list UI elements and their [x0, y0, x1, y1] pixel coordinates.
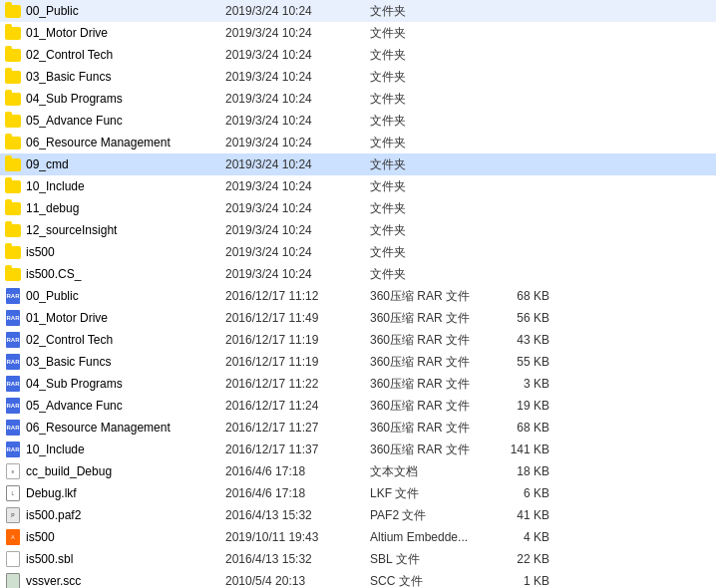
file-type: 文件夹 [370, 113, 490, 130]
file-row[interactable]: LDebug.lkf2016/4/6 17:18LKF 文件6 KB [0, 482, 716, 504]
file-type: LKF 文件 [370, 485, 490, 502]
file-row[interactable]: 12_sourceInsight2019/3/24 10:24文件夹 [0, 219, 716, 241]
folder-icon [4, 25, 22, 41]
file-row[interactable]: 11_debug2019/3/24 10:24文件夹 [0, 197, 716, 219]
file-size: 18 KB [490, 464, 549, 478]
file-name: is500 [26, 245, 225, 259]
file-date: 2010/5/4 20:13 [225, 574, 370, 588]
file-type: 文件夹 [370, 69, 490, 86]
file-type: 文件夹 [370, 91, 490, 108]
file-date: 2019/3/24 10:24 [225, 179, 370, 193]
file-row[interactable]: RAR04_Sub Programs2016/12/17 11:22360压缩 … [0, 373, 716, 395]
file-row[interactable]: 01_Motor Drive2019/3/24 10:24文件夹 [0, 22, 716, 44]
file-row[interactable]: RAR01_Motor Drive2016/12/17 11:49360压缩 R… [0, 307, 716, 329]
file-date: 2019/3/24 10:24 [225, 92, 370, 106]
file-row[interactable]: is5002019/3/24 10:24文件夹 [0, 241, 716, 263]
file-type: SBL 文件 [370, 551, 490, 568]
file-row[interactable]: 10_Include2019/3/24 10:24文件夹 [0, 175, 716, 197]
rar-icon: RAR [4, 420, 22, 436]
file-date: 2019/3/24 10:24 [225, 245, 370, 259]
file-name: 03_Basic Funcs [26, 355, 225, 369]
file-type: 文本文档 [370, 463, 490, 480]
file-date: 2016/12/17 11:24 [225, 399, 370, 413]
file-name: is500.CS_ [26, 267, 225, 281]
file-type: 360压缩 RAR 文件 [370, 288, 490, 305]
folder-icon [4, 3, 22, 19]
lkf-icon: L [4, 485, 22, 501]
file-name: 10_Include [26, 179, 225, 193]
file-row[interactable]: 09_cmd2019/3/24 10:24文件夹 [0, 153, 716, 175]
file-name: 11_debug [26, 201, 225, 215]
file-name: cc_build_Debug [26, 464, 225, 478]
folder-icon [4, 47, 22, 63]
file-row[interactable]: 02_Control Tech2019/3/24 10:24文件夹 [0, 44, 716, 66]
file-row[interactable]: RAR05_Advance Func2016/12/17 11:24360压缩 … [0, 395, 716, 417]
file-size: 1 KB [490, 574, 549, 588]
file-name: 05_Advance Func [26, 114, 225, 128]
file-row[interactable]: 00_Public2019/3/24 10:24文件夹 [0, 0, 716, 22]
file-date: 2019/3/24 10:24 [225, 136, 370, 149]
file-size: 43 KB [490, 333, 549, 347]
scc-icon [4, 573, 22, 588]
file-row[interactable]: vssver.scc2010/5/4 20:13SCC 文件1 KB [0, 570, 716, 588]
file-row[interactable]: 05_Advance Func2019/3/24 10:24文件夹 [0, 110, 716, 132]
file-date: 2019/3/24 10:24 [225, 201, 370, 215]
folder-icon [4, 266, 22, 282]
file-type: 360压缩 RAR 文件 [370, 398, 490, 415]
sbl-icon [4, 551, 22, 567]
file-date: 2016/12/17 11:37 [225, 442, 370, 456]
folder-icon [4, 113, 22, 129]
folder-icon [4, 156, 22, 172]
file-type: 360压缩 RAR 文件 [370, 441, 490, 458]
file-size: 6 KB [490, 486, 549, 500]
rar-icon: RAR [4, 332, 22, 348]
file-row[interactable]: RAR02_Control Tech2016/12/17 11:19360压缩 … [0, 329, 716, 351]
file-type: 文件夹 [370, 222, 490, 239]
file-date: 2016/12/17 11:19 [225, 333, 370, 347]
file-date: 2019/3/24 10:24 [225, 4, 370, 18]
file-date: 2019/3/24 10:24 [225, 223, 370, 237]
file-size: 19 KB [490, 399, 549, 413]
file-type: 文件夹 [370, 156, 490, 173]
file-row[interactable]: 04_Sub Programs2019/3/24 10:24文件夹 [0, 88, 716, 110]
file-type: 文件夹 [370, 178, 490, 195]
file-date: 2016/12/17 11:12 [225, 289, 370, 303]
file-name: 01_Motor Drive [26, 311, 225, 325]
file-date: 2016/12/17 11:27 [225, 421, 370, 435]
file-name: 06_Resource Management [26, 136, 225, 149]
file-row[interactable]: RAR00_Public2016/12/17 11:12360压缩 RAR 文件… [0, 285, 716, 307]
file-row[interactable]: Ais5002019/10/11 19:43Altium Embedde...4… [0, 526, 716, 548]
file-row[interactable]: ≡cc_build_Debug2016/4/6 17:18文本文档18 KB [0, 460, 716, 482]
file-row[interactable]: Pis500.paf22016/4/13 15:32PAF2 文件41 KB [0, 504, 716, 526]
rar-icon: RAR [4, 354, 22, 370]
folder-icon [4, 244, 22, 260]
file-date: 2019/3/24 10:24 [225, 267, 370, 281]
folder-icon [4, 91, 22, 107]
file-name: 00_Public [26, 4, 225, 18]
file-type: SCC 文件 [370, 573, 490, 589]
rar-icon: RAR [4, 398, 22, 414]
rar-icon: RAR [4, 376, 22, 392]
file-row[interactable]: RAR06_Resource Management2016/12/17 11:2… [0, 417, 716, 439]
file-size: 141 KB [490, 442, 549, 456]
file-date: 2019/3/24 10:24 [225, 48, 370, 62]
file-row[interactable]: RAR10_Include2016/12/17 11:37360压缩 RAR 文… [0, 439, 716, 460]
file-name: 01_Motor Drive [26, 26, 225, 40]
file-row[interactable]: 06_Resource Management2019/3/24 10:24文件夹 [0, 132, 716, 153]
folder-icon [4, 200, 22, 216]
file-row[interactable]: RAR03_Basic Funcs2016/12/17 11:19360压缩 R… [0, 351, 716, 373]
file-list: 00_Public2019/3/24 10:24文件夹01_Motor Driv… [0, 0, 716, 588]
file-name: 03_Basic Funcs [26, 70, 225, 84]
file-date: 2019/3/24 10:24 [225, 114, 370, 128]
file-name: is500.sbl [26, 552, 225, 566]
file-row[interactable]: is500.CS_2019/3/24 10:24文件夹 [0, 263, 716, 285]
file-row[interactable]: is500.sbl2016/4/13 15:32SBL 文件22 KB [0, 548, 716, 570]
file-name: 02_Control Tech [26, 333, 225, 347]
file-name: 12_sourceInsight [26, 223, 225, 237]
file-date: 2019/3/24 10:24 [225, 70, 370, 84]
paf-icon: P [4, 507, 22, 523]
file-type: 360压缩 RAR 文件 [370, 332, 490, 349]
file-type: 360压缩 RAR 文件 [370, 310, 490, 327]
file-row[interactable]: 03_Basic Funcs2019/3/24 10:24文件夹 [0, 66, 716, 88]
file-size: 68 KB [490, 421, 549, 435]
